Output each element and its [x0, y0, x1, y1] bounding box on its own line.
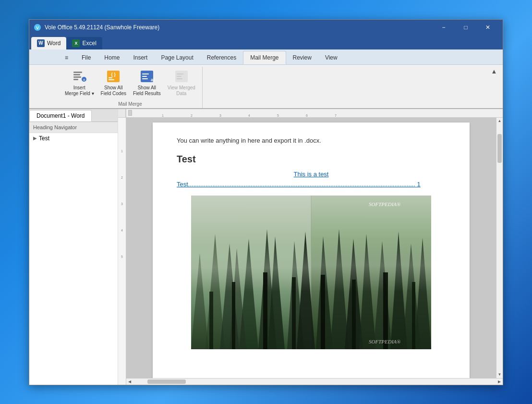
window-controls: − □ ✕: [433, 20, 499, 35]
excel-icon: X: [72, 39, 80, 47]
ribbon-group-label: Mail Merge: [118, 100, 142, 108]
doc-content-area[interactable]: You can write anything in here and expor…: [126, 118, 496, 378]
scroll-right-button[interactable]: ▶: [496, 378, 503, 385]
svg-rect-18: [177, 73, 183, 74]
scroll-up-button[interactable]: ▲: [496, 118, 503, 124]
ruler-mark-2: 2: [121, 176, 123, 179]
ruler-mark-5: 5: [121, 255, 123, 258]
svg-rect-45: [263, 272, 267, 349]
sidebar-item-label: Test: [39, 135, 49, 142]
document-tab[interactable]: Document1 - Word: [29, 110, 92, 122]
doc-heading: Test: [177, 154, 446, 165]
titlebar: V Vole Office 5.49.21124 (Sanwhole Freew…: [29, 20, 503, 35]
show-all-field-results-icon: ab: [139, 69, 155, 84]
application-window: V Vole Office 5.49.21124 (Sanwhole Freew…: [29, 19, 503, 385]
scrollbar-track[interactable]: [496, 124, 503, 371]
svg-rect-20: [177, 78, 182, 79]
svg-rect-14: [142, 76, 147, 77]
show-all-field-results-button[interactable]: ab Show AllField Results: [130, 67, 164, 98]
toc-entry: Test....................................…: [177, 181, 421, 188]
svg-text:V: V: [36, 25, 39, 30]
insert-merge-field-label: InsertMerge Field ▾: [65, 85, 94, 97]
svg-rect-46: [292, 277, 296, 349]
svg-text:+: +: [83, 78, 85, 82]
ribbon-tab-insert[interactable]: Insert: [126, 51, 154, 64]
svg-rect-3: [73, 74, 80, 75]
doc-scroll-area: 1 2 3 4 5 6 7: [126, 109, 503, 385]
ribbon-tab-file[interactable]: File: [75, 51, 97, 64]
sidebar: Document1 - Word Heading Navigator ▶ Tes…: [29, 109, 118, 385]
svg-rect-48: [352, 280, 356, 349]
horizontal-scrollbar[interactable]: ◀ ▶: [126, 378, 503, 385]
scrollbar-thumb[interactable]: [497, 134, 502, 163]
svg-rect-50: [412, 282, 415, 349]
svg-text:SOFTPEDIA®: SOFTPEDIA®: [369, 201, 401, 207]
svg-rect-5: [73, 79, 78, 80]
show-all-field-codes-icon: { }: [106, 69, 121, 84]
document-area: Document1 - Word Heading Navigator ▶ Tes…: [29, 109, 503, 385]
svg-rect-49: [383, 272, 388, 349]
insert-merge-field-button[interactable]: + InsertMerge Field ▾: [62, 67, 97, 98]
ribbon-buttons: + InsertMerge Field ▾ { }: [62, 67, 198, 100]
view-merged-data-button[interactable]: View MergedData: [165, 67, 198, 98]
vertical-scrollbar[interactable]: ▲ ▼: [496, 118, 503, 378]
svg-rect-2: [73, 72, 82, 73]
hscrollbar-thumb[interactable]: [147, 380, 186, 384]
intro-text: You can write anything in here and expor…: [177, 137, 446, 144]
forest-svg: SOFTPEDIA® SOFTPEDIA®: [191, 196, 431, 349]
ribbon-tab-home[interactable]: Home: [97, 51, 126, 64]
svg-rect-19: [177, 76, 181, 77]
doc-link[interactable]: This is a test: [177, 171, 446, 178]
app-tab-word[interactable]: W Word: [31, 37, 66, 49]
doc-image-container: SOFTPEDIA® SOFTPEDIA®: [177, 196, 446, 349]
ribbon-tab-page-layout[interactable]: Page Layout: [154, 51, 200, 64]
app-icon: V: [33, 23, 42, 32]
doc-page: You can write anything in here and expor…: [153, 122, 470, 378]
doc-with-ruler: 1 2 3 4 5: [118, 109, 503, 385]
word-icon: W: [37, 39, 45, 47]
maximize-button[interactable]: □: [455, 20, 477, 35]
ribbon-tab-menu[interactable]: ≡: [58, 51, 75, 64]
left-ruler: 1 2 3 4 5: [118, 109, 126, 385]
svg-text:ab: ab: [151, 77, 155, 82]
insert-merge-field-icon: +: [72, 69, 87, 84]
ribbon-group-mail-merge: + InsertMerge Field ▾ { }: [58, 67, 203, 108]
close-button[interactable]: ✕: [477, 20, 499, 35]
hscrollbar-track[interactable]: [133, 379, 496, 385]
sidebar-item-test[interactable]: ▶ Test: [29, 133, 118, 144]
doc-main: 1 2 3 4 5: [118, 109, 503, 385]
doc-image: SOFTPEDIA® SOFTPEDIA®: [191, 196, 431, 349]
view-merged-data-icon: [174, 69, 189, 84]
svg-rect-10: [109, 77, 112, 78]
ruler-mark-3: 3: [121, 202, 123, 206]
ruler-ticks: 1 2 3 4 5 6 7: [132, 109, 338, 117]
ruler-mark-1: 1: [121, 149, 123, 153]
view-merged-data-label: View MergedData: [168, 85, 195, 97]
show-all-field-codes-button[interactable]: { } Show AllField Codes: [98, 67, 129, 98]
ribbon-tabs: ≡ File Home Insert Page Layout Reference…: [29, 49, 503, 65]
ribbon-collapse-button[interactable]: ▲: [489, 67, 499, 76]
app-tab-excel[interactable]: X Excel: [66, 37, 102, 49]
ribbon-tab-review[interactable]: Review: [286, 51, 318, 64]
scroll-down-button[interactable]: ▼: [496, 371, 503, 378]
excel-tab-label: Excel: [82, 40, 96, 47]
sidebar-header: Heading Navigator: [29, 122, 118, 133]
doc-toc: Test....................................…: [177, 181, 446, 188]
show-all-field-results-label: Show AllField Results: [133, 85, 161, 97]
ruler-mark-4: 4: [121, 229, 123, 232]
sidebar-arrow-icon: ▶: [33, 135, 37, 141]
svg-rect-11: [109, 79, 114, 80]
top-ruler: 1 2 3 4 5 6 7: [126, 109, 503, 118]
ribbon-tab-mail-merge[interactable]: Mail Merge: [243, 51, 286, 64]
svg-rect-13: [142, 73, 149, 74]
ribbon-tab-view[interactable]: View: [318, 51, 344, 64]
scroll-left-button[interactable]: ◀: [126, 378, 133, 385]
show-all-field-codes-label: Show AllField Codes: [101, 85, 126, 97]
ribbon-content: + InsertMerge Field ▾ { }: [29, 65, 503, 109]
word-tab-label: Word: [47, 40, 60, 47]
minimize-button[interactable]: −: [433, 20, 455, 35]
svg-rect-4: [73, 76, 81, 78]
window-title: Vole Office 5.49.21124 (Sanwhole Freewar…: [45, 24, 433, 31]
doc-tab-row: Document1 - Word: [29, 109, 118, 122]
ribbon-tab-references[interactable]: References: [200, 51, 243, 64]
